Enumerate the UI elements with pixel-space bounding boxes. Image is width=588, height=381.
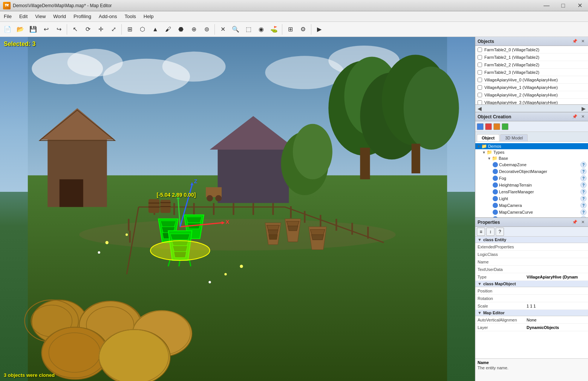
tree-node-8[interactable]: Light? xyxy=(475,195,588,202)
object-checkbox-1[interactable] xyxy=(478,55,482,60)
object-checkbox-0[interactable] xyxy=(478,47,482,52)
object-checkbox-5[interactable] xyxy=(478,85,482,90)
prop-row-2-0[interactable]: AutoVerticalAlignmenNone xyxy=(475,316,588,324)
object-item-7[interactable]: VillageApiaryHive_3 (VillageApiaryHive) xyxy=(475,99,588,104)
toolbar-btn-22[interactable]: ◉ xyxy=(255,23,267,35)
toolbar-btn-26[interactable]: ⚙ xyxy=(297,23,309,35)
tree-node-4[interactable]: DecorativeObjectManager? xyxy=(475,168,588,175)
creation-close-btn[interactable]: ✕ xyxy=(580,114,586,119)
props-tb-sort[interactable]: ≡ xyxy=(477,228,485,236)
menu-item-file[interactable]: File xyxy=(0,11,15,21)
prop-row-0-2[interactable]: Name xyxy=(475,258,588,266)
prop-row-0-0[interactable]: ExtendedProperties xyxy=(475,243,588,251)
object-item-6[interactable]: VillageApiaryHive_2 (VillageApiaryHive) xyxy=(475,91,588,99)
expand-icon-2[interactable]: ▼ xyxy=(487,156,491,161)
toolbar-btn-17[interactable]: ⊚ xyxy=(201,23,213,35)
menu-item-profiling[interactable]: Profiling xyxy=(70,11,95,21)
creation-tb-btn-blue[interactable] xyxy=(477,123,484,130)
object-item-1[interactable]: FarmTable2_1 (VillageTable2) xyxy=(475,54,588,61)
objects-nav-right[interactable]: ▶ xyxy=(582,106,586,112)
toolbar-btn-28[interactable]: ▶ xyxy=(313,23,325,35)
props-tb-filter[interactable]: ↕ xyxy=(486,228,495,236)
toolbar-btn-19[interactable]: ✕ xyxy=(217,23,229,35)
help-icon-4[interactable]: ? xyxy=(580,168,586,174)
tree-node-0[interactable]: ▼📁Demos xyxy=(475,143,588,149)
tree-node-5[interactable]: Fog? xyxy=(475,175,588,182)
object-item-2[interactable]: FarmTable2_2 (VillageTable2) xyxy=(475,61,588,69)
menu-item-add-ons[interactable]: Add-ons xyxy=(95,11,121,21)
prop-section-header-1[interactable]: ▼class MapObject xyxy=(475,281,588,287)
object-checkbox-6[interactable] xyxy=(478,93,482,97)
tree-node-7[interactable]: LensFlareManager? xyxy=(475,188,588,195)
object-item-4[interactable]: VillageApiaryHive_0 (VillageApiaryHive) xyxy=(475,76,588,84)
objects-pin-btn[interactable]: 📌 xyxy=(571,38,579,44)
object-checkbox-2[interactable] xyxy=(478,63,482,67)
maximize-button[interactable]: □ xyxy=(555,0,571,11)
creation-tb-btn-red[interactable] xyxy=(485,123,492,130)
objects-close-btn[interactable]: ✕ xyxy=(580,38,586,44)
help-icon-3[interactable]: ? xyxy=(580,162,586,168)
expand-icon-0[interactable]: ▼ xyxy=(477,144,481,148)
toolbar-btn-15[interactable]: ⬣ xyxy=(175,23,187,35)
prop-row-1-2[interactable]: Scale1 1 1 xyxy=(475,302,588,310)
minimize-button[interactable]: — xyxy=(538,0,555,11)
tree-node-10[interactable]: MapCameraCurve? xyxy=(475,209,588,216)
prop-section-header-2[interactable]: ▼Map Editor xyxy=(475,310,588,316)
prop-section-header-0[interactable]: ▼class Entity xyxy=(475,237,588,243)
toolbar-btn-14[interactable]: 🖌 xyxy=(162,23,174,35)
toolbar-btn-3[interactable]: ↩ xyxy=(40,23,52,35)
help-icon-7[interactable]: ? xyxy=(580,189,586,195)
menu-item-edit[interactable]: Edit xyxy=(15,11,31,21)
help-icon-10[interactable]: ? xyxy=(580,209,586,215)
toolbar-btn-23[interactable]: ⛳ xyxy=(268,23,280,35)
menu-item-world[interactable]: World xyxy=(49,11,70,21)
prop-row-0-3[interactable]: TextUserData xyxy=(475,266,588,273)
toolbar-btn-11[interactable]: ⊞ xyxy=(124,23,136,35)
tree-node-3[interactable]: CubemapZone? xyxy=(475,161,588,168)
object-checkbox-4[interactable] xyxy=(478,78,482,82)
toolbar-btn-2[interactable]: 💾 xyxy=(27,23,39,35)
toolbar-btn-13[interactable]: ▲ xyxy=(149,23,161,35)
creation-tab-1[interactable]: 3D Model xyxy=(500,134,528,141)
menu-item-tools[interactable]: Tools xyxy=(121,11,139,21)
prop-row-2-1[interactable]: LayerDynamicObjects xyxy=(475,324,588,331)
help-icon-11[interactable]: ? xyxy=(580,216,586,217)
help-icon-6[interactable]: ? xyxy=(580,182,586,188)
prop-row-0-1[interactable]: LogicClass xyxy=(475,251,588,258)
creation-tb-btn-orange[interactable] xyxy=(493,123,500,130)
object-item-5[interactable]: VillageApiaryHive_1 (VillageApiaryHive) xyxy=(475,84,588,91)
toolbar-btn-12[interactable]: ⬡ xyxy=(136,23,149,35)
prop-row-0-4[interactable]: TypeVillageApiaryHive (Dynam xyxy=(475,273,588,281)
creation-tab-0[interactable]: Object xyxy=(477,134,499,141)
toolbar-btn-16[interactable]: ⊕ xyxy=(188,23,200,35)
objects-nav-left[interactable]: ◀ xyxy=(478,106,482,112)
prop-row-1-1[interactable]: Rotation xyxy=(475,295,588,302)
help-icon-9[interactable]: ? xyxy=(580,202,586,208)
tree-node-6[interactable]: HeightmapTerrain? xyxy=(475,182,588,188)
toolbar-btn-8[interactable]: ✛ xyxy=(95,23,107,35)
objects-list[interactable]: FarmTable2_0 (VillageTable2)FarmTable2_1… xyxy=(475,46,588,104)
menu-item-view[interactable]: View xyxy=(31,11,49,21)
toolbar-btn-1[interactable]: 📂 xyxy=(14,23,26,35)
close-button[interactable]: ✕ xyxy=(571,0,588,11)
properties-content[interactable]: ▼class EntityExtendedPropertiesLogicClas… xyxy=(475,237,588,358)
viewport[interactable]: X Y Z xyxy=(0,37,475,381)
tree-node-2[interactable]: ▼📁Base xyxy=(475,155,588,161)
object-item-3[interactable]: FarmTable2_3 (VillageTable2) xyxy=(475,69,588,76)
tree-node-9[interactable]: MapCamera? xyxy=(475,202,588,209)
object-item-0[interactable]: FarmTable2_0 (VillageTable2) xyxy=(475,46,588,54)
toolbar-btn-20[interactable]: 🔍 xyxy=(230,23,242,35)
prop-row-1-0[interactable]: Position xyxy=(475,287,588,295)
object-checkbox-7[interactable] xyxy=(478,100,482,105)
help-icon-8[interactable]: ? xyxy=(580,196,586,202)
creation-tb-btn-green[interactable] xyxy=(502,123,508,130)
toolbar-btn-25[interactable]: ⊞ xyxy=(284,23,296,35)
toolbar-btn-0[interactable]: 📄 xyxy=(2,23,14,35)
toolbar-btn-7[interactable]: ⟳ xyxy=(82,23,94,35)
toolbar-btn-6[interactable]: ↖ xyxy=(69,23,81,35)
props-tb-help[interactable]: ? xyxy=(496,228,504,236)
toolbar-btn-9[interactable]: ⤢ xyxy=(107,23,119,35)
properties-close-btn[interactable]: ✕ xyxy=(580,219,586,225)
tree-node-11[interactable]: MapCompositorManager? xyxy=(475,216,588,217)
menu-item-help[interactable]: Help xyxy=(140,11,158,21)
